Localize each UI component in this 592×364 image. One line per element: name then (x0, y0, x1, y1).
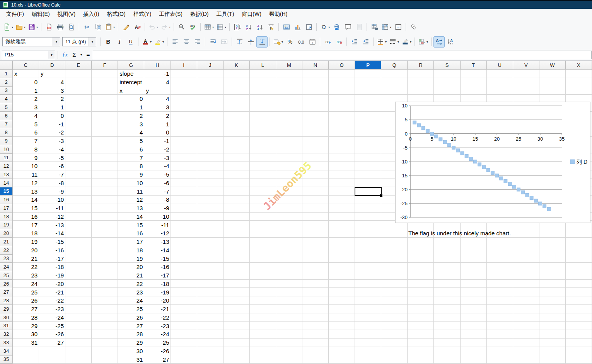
data-point[interactable] (504, 179, 507, 183)
cell-H21[interactable]: -13 (144, 238, 171, 246)
cell-G34[interactable]: 30 (118, 347, 144, 355)
cell-H19[interactable]: -11 (144, 221, 171, 230)
cell-G14[interactable]: 10 (118, 179, 144, 187)
menu-item-8[interactable]: 工具(T) (212, 10, 238, 19)
cell-H4[interactable]: 4 (144, 95, 171, 103)
cell-C9[interactable]: 7 (13, 137, 39, 145)
cell-H23[interactable]: -15 (144, 255, 171, 263)
borders-caret-icon[interactable]: ▾ (385, 40, 387, 44)
data-point[interactable] (439, 138, 442, 141)
save-caret-icon[interactable]: ▾ (36, 26, 38, 29)
data-point[interactable] (469, 157, 473, 161)
cell-D22[interactable]: -16 (39, 246, 65, 255)
column-header-G[interactable]: G (118, 61, 144, 70)
data-point[interactable] (478, 163, 481, 166)
special-character-caret-icon[interactable]: ▾ (328, 26, 330, 29)
cell-D33[interactable]: -27 (39, 338, 65, 347)
cell-D23[interactable]: -17 (39, 255, 65, 263)
row-header-35[interactable]: 35 (0, 355, 13, 364)
data-point[interactable] (512, 185, 516, 189)
cell-H24[interactable]: -16 (144, 263, 171, 271)
cell-D25[interactable]: -19 (39, 271, 65, 280)
cell-C15[interactable]: 13 (13, 187, 39, 196)
cell-G24[interactable]: 20 (118, 263, 144, 271)
column-header-V[interactable]: V (513, 61, 539, 70)
column-header-Q[interactable]: Q (381, 61, 408, 70)
cell-H32[interactable]: -24 (144, 330, 171, 338)
insert-column-button[interactable]: ▾ (215, 22, 227, 32)
open-button[interactable]: ▾ (15, 22, 26, 32)
row-header-20[interactable]: 20 (0, 229, 13, 238)
decrease-indent-button[interactable] (360, 37, 371, 47)
wrap-text-button[interactable] (208, 37, 218, 47)
format-number-button[interactable]: 0.0 (296, 37, 306, 47)
data-point[interactable] (435, 135, 438, 138)
cell-C16[interactable]: 14 (13, 196, 39, 204)
data-point[interactable] (495, 174, 499, 177)
insert-pivot-table-button[interactable] (304, 22, 314, 32)
cell-C25[interactable]: 23 (13, 271, 39, 280)
insert-image-button[interactable] (281, 22, 292, 32)
spelling-button[interactable]: abc (188, 22, 198, 32)
cell-G3[interactable]: x (118, 87, 144, 95)
cell-D32[interactable]: -26 (39, 330, 65, 338)
cell-H3[interactable]: y (144, 87, 171, 95)
menu-item-2[interactable]: 视图(V) (54, 10, 80, 19)
paste-caret-icon[interactable]: ▾ (113, 26, 115, 29)
cell-G6[interactable]: 2 (118, 112, 144, 120)
cell-G30[interactable]: 26 (118, 313, 144, 322)
row-header-8[interactable]: 8 (0, 128, 13, 137)
cell-H16[interactable]: -8 (144, 196, 171, 204)
cell-G27[interactable]: 23 (118, 288, 144, 297)
data-point[interactable] (461, 151, 464, 155)
cell-H2[interactable]: 4 (144, 78, 171, 87)
cell-D20[interactable]: -14 (39, 229, 65, 238)
column-header-P[interactable]: P (355, 61, 381, 70)
menu-item-4[interactable]: 格式(O) (103, 10, 129, 19)
cell-G23[interactable]: 19 (118, 255, 144, 263)
select-all-corner[interactable] (0, 61, 13, 70)
cell-C29[interactable]: 27 (13, 305, 39, 313)
print-area-button[interactable] (369, 22, 380, 32)
column-header-R[interactable]: R (408, 61, 434, 70)
cell-G11[interactable]: 7 (118, 154, 144, 162)
undo-button[interactable]: ▾ (147, 22, 159, 32)
data-point[interactable] (500, 177, 503, 180)
border-style-button[interactable]: ▾ (388, 37, 400, 47)
cell-D28[interactable]: -22 (39, 296, 65, 305)
cell-H25[interactable]: -17 (144, 271, 171, 280)
column-header-L[interactable]: L (250, 61, 276, 70)
font-name-combo[interactable]: 微软雅黑▾ (2, 37, 60, 46)
row-header-13[interactable]: 13 (0, 170, 13, 179)
cell-D30[interactable]: -24 (39, 313, 65, 322)
font-size-combo[interactable]: 11 点 (pt)▾ (62, 37, 96, 46)
cell-C5[interactable]: 3 (13, 103, 39, 112)
data-point[interactable] (413, 121, 416, 124)
insert-comment-button[interactable] (343, 22, 353, 32)
data-point[interactable] (508, 182, 512, 186)
column-header-J[interactable]: J (197, 61, 223, 70)
align-center-button[interactable] (181, 37, 191, 47)
selected-cell-outline[interactable] (355, 187, 382, 196)
conditional-formatting-caret-icon[interactable]: ▾ (427, 40, 428, 44)
row-header-15[interactable]: 15 (0, 187, 13, 196)
column-header-I[interactable]: I (171, 61, 197, 70)
row-header-12[interactable]: 12 (0, 162, 13, 170)
cell-G15[interactable]: 11 (118, 187, 144, 196)
cell-D6[interactable]: 0 (39, 112, 65, 120)
format-percent-button[interactable]: % (285, 37, 295, 47)
cell-H17[interactable]: -9 (144, 204, 171, 213)
row-header-1[interactable]: 1 (0, 70, 13, 78)
cell-H18[interactable]: -10 (144, 213, 171, 221)
cell-G25[interactable]: 21 (118, 271, 144, 280)
center-vertically-button[interactable] (246, 37, 256, 47)
cell-G26[interactable]: 22 (118, 280, 144, 288)
insert-row-button[interactable]: ▾ (203, 22, 215, 32)
menu-item-0[interactable]: 文件(F) (2, 10, 28, 19)
cell-G33[interactable]: 29 (118, 338, 144, 347)
sort-button[interactable]: AZ (232, 22, 242, 32)
cell-C2[interactable]: 0 (13, 78, 39, 87)
cell-C22[interactable]: 20 (13, 246, 39, 255)
column-header-T[interactable]: T (461, 61, 487, 70)
cell-C19[interactable]: 17 (13, 221, 39, 230)
